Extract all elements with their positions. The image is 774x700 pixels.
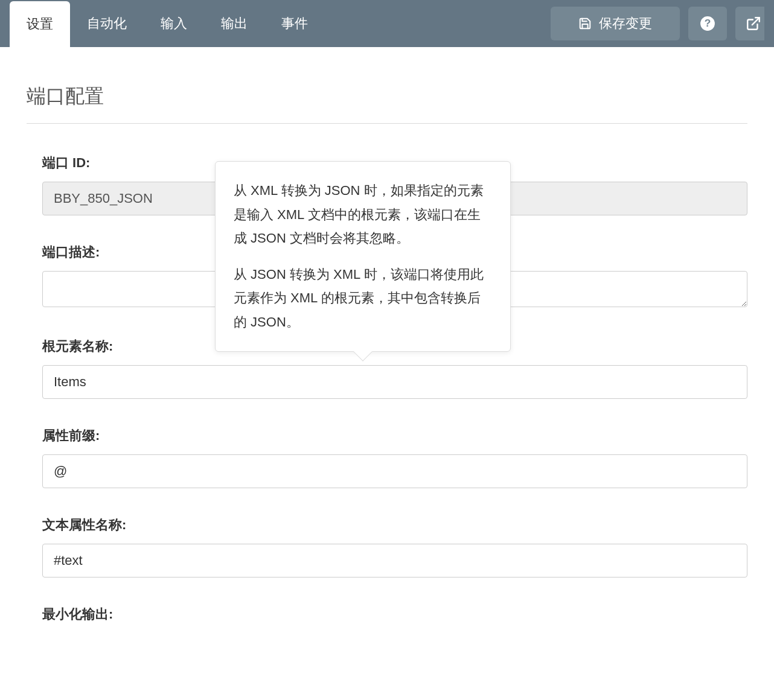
- tooltip-root-element: 从 XML 转换为 JSON 时，如果指定的元素是输入 XML 文档中的根元素，…: [215, 161, 511, 352]
- input-attr-prefix[interactable]: [42, 454, 747, 488]
- field-text-attr-name: 文本属性名称:: [42, 516, 747, 578]
- tab-input[interactable]: 输入: [144, 0, 204, 47]
- label-text-attr-name: 文本属性名称:: [42, 516, 747, 534]
- header-actions: 保存变更 ?: [551, 0, 774, 47]
- input-text-attr-name[interactable]: [42, 544, 747, 578]
- input-root-element[interactable]: [42, 365, 747, 399]
- tab-output[interactable]: 输出: [204, 0, 264, 47]
- svg-text:?: ?: [705, 17, 711, 29]
- external-button[interactable]: [735, 7, 764, 40]
- tab-settings[interactable]: 设置: [10, 1, 70, 47]
- tab-events[interactable]: 事件: [264, 0, 325, 47]
- header-bar: 设置 自动化 输入 输出 事件 保存变更 ?: [0, 0, 774, 47]
- label-minimize-output: 最小化输出:: [42, 605, 747, 623]
- label-attr-prefix: 属性前缀:: [42, 427, 747, 445]
- tooltip-paragraph-2: 从 JSON 转换为 XML 时，该端口将使用此元素作为 XML 的根元素，其中…: [234, 262, 492, 334]
- save-button[interactable]: 保存变更: [551, 7, 680, 40]
- help-icon: ?: [700, 16, 715, 31]
- tab-automation[interactable]: 自动化: [70, 0, 144, 47]
- field-attr-prefix: 属性前缀:: [42, 427, 747, 488]
- save-button-label: 保存变更: [599, 14, 652, 33]
- page-title: 端口配置: [27, 83, 747, 124]
- tabs: 设置 自动化 输入 输出 事件: [0, 0, 325, 47]
- main-content: 端口配置 端口 ID: 端口描述: 根元素名称: 属性前缀: 文本属性名称: 最…: [0, 47, 774, 663]
- field-minimize-output: 最小化输出:: [42, 605, 747, 623]
- save-icon: [578, 17, 592, 30]
- tooltip-paragraph-1: 从 XML 转换为 JSON 时，如果指定的元素是输入 XML 文档中的根元素，…: [234, 179, 492, 250]
- help-button[interactable]: ?: [688, 7, 727, 40]
- svg-line-2: [752, 18, 760, 25]
- external-link-icon: [746, 16, 761, 31]
